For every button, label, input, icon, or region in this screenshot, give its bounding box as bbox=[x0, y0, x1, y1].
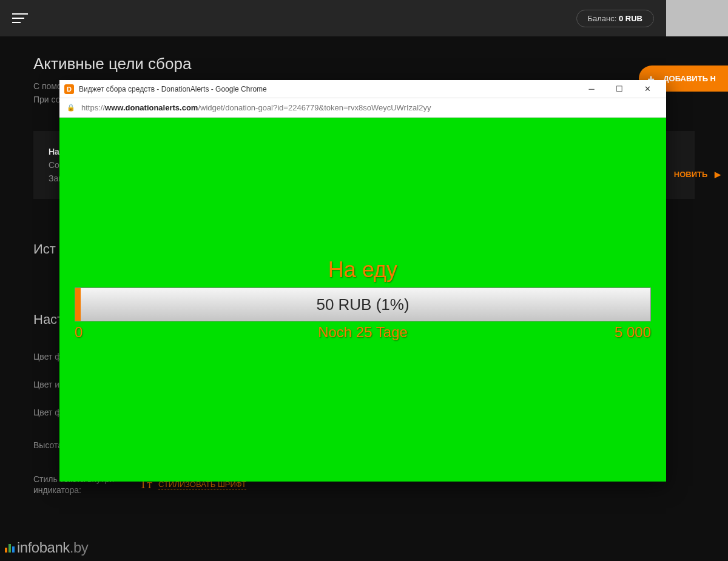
card-action-button[interactable]: НОВИТЬ ▶ bbox=[674, 170, 721, 179]
play-icon: ▶ bbox=[712, 170, 721, 179]
maximize-button[interactable]: ☐ bbox=[605, 80, 633, 98]
window-title: Виджет сбора средств - DonationAlerts - … bbox=[79, 85, 267, 93]
progress-min: 0 bbox=[75, 324, 83, 341]
watermark-logo bbox=[5, 544, 15, 553]
top-bar: Баланс: 0 RUB bbox=[0, 0, 666, 36]
app-icon: D bbox=[64, 84, 74, 94]
progress-max: 5 000 bbox=[615, 324, 651, 341]
balance-badge[interactable]: Баланс: 0 RUB bbox=[576, 10, 655, 27]
minimize-button[interactable]: ─ bbox=[578, 80, 605, 98]
watermark-tld: .by bbox=[70, 539, 89, 556]
widget-preview: На еду 50 RUB (1%) 0 Noch 25 Tage 5 000 bbox=[59, 118, 666, 482]
progress-text: 50 RUB (1%) bbox=[75, 288, 650, 321]
balance-label: Баланс: bbox=[588, 14, 619, 23]
right-blank-area bbox=[666, 0, 728, 36]
progress-bar: 50 RUB (1%) bbox=[75, 287, 651, 321]
progress-labels: 0 Noch 25 Tage 5 000 bbox=[75, 324, 651, 342]
goal-title: На еду bbox=[59, 118, 666, 283]
lock-icon: 🔒 bbox=[67, 104, 75, 112]
menu-icon[interactable] bbox=[12, 13, 28, 23]
page-heading: Активные цели сбора bbox=[33, 55, 695, 73]
balance-value: 0 RUB bbox=[619, 14, 642, 23]
watermark: infobank.by bbox=[5, 539, 88, 556]
chrome-popup-window: D Виджет сбора средств - DonationAlerts … bbox=[59, 80, 666, 482]
url-text: https://www.donationalerts.com/widget/do… bbox=[81, 103, 431, 112]
progress-center: Noch 25 Tage bbox=[318, 324, 408, 341]
action-label: НОВИТЬ bbox=[674, 170, 708, 179]
address-bar[interactable]: 🔒 https://www.donationalerts.com/widget/… bbox=[59, 98, 666, 118]
window-titlebar[interactable]: D Виджет сбора средств - DonationAlerts … bbox=[59, 80, 666, 98]
close-button[interactable]: ✕ bbox=[633, 80, 661, 98]
watermark-brand: infobank bbox=[17, 539, 70, 556]
add-button-label: ДОБАВИТЬ Н bbox=[663, 74, 716, 83]
